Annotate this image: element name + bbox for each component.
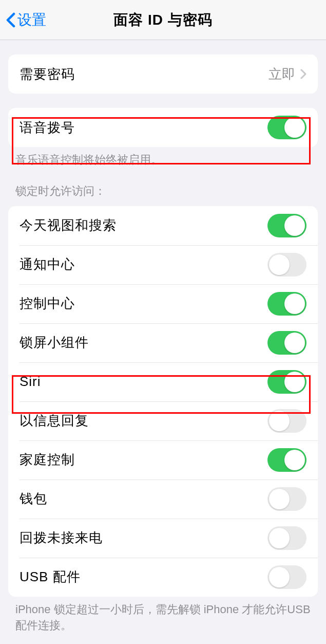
access-item-toggle[interactable]	[267, 370, 306, 394]
require-passcode-label: 需要密码	[20, 65, 75, 83]
nav-header: 设置 面容 ID 与密码	[0, 0, 326, 40]
access-item-label: Siri	[20, 374, 41, 390]
toggle-knob	[284, 117, 305, 138]
access-item-toggle[interactable]	[267, 448, 306, 472]
access-item-label: USB 配件	[20, 568, 81, 586]
row-access-item: 钱包	[8, 480, 318, 519]
access-item-label: 钱包	[20, 490, 47, 508]
voice-dial-label: 语音拨号	[20, 119, 75, 137]
row-require-passcode[interactable]: 需要密码 立即	[8, 54, 318, 94]
row-access-item: USB 配件	[8, 558, 318, 597]
access-item-toggle[interactable]	[267, 331, 306, 355]
access-item-label: 锁屏小组件	[20, 334, 89, 352]
access-item-toggle[interactable]	[267, 292, 306, 316]
require-passcode-value: 立即	[269, 65, 306, 83]
row-voice-dial: 语音拨号	[8, 108, 318, 147]
section-header-access: 锁定时允许访问：	[15, 183, 311, 199]
access-item-label: 今天视图和搜索	[20, 216, 117, 234]
access-item-toggle[interactable]	[267, 487, 306, 511]
group-voice-dial: 语音拨号	[8, 108, 318, 147]
access-item-toggle[interactable]	[267, 526, 306, 550]
chevron-left-icon	[6, 12, 15, 28]
group-passcode: 需要密码 立即	[8, 54, 318, 94]
back-label: 设置	[17, 10, 46, 30]
row-access-item: 控制中心	[8, 284, 318, 323]
row-access-item: 今天视图和搜索	[8, 206, 318, 245]
access-item-toggle[interactable]	[267, 565, 306, 589]
toggle-knob	[269, 489, 290, 509]
toggle-knob	[284, 450, 305, 470]
toggle-knob	[269, 567, 290, 587]
access-item-label: 以信息回复	[20, 412, 89, 430]
toggle-knob	[269, 411, 290, 431]
access-item-toggle[interactable]	[267, 253, 306, 277]
row-access-item: 以信息回复	[8, 401, 318, 440]
row-access-item: 家庭控制	[8, 440, 318, 480]
access-item-label: 控制中心	[20, 295, 75, 312]
access-item-label: 家庭控制	[20, 451, 75, 469]
row-access-item: 回拨未接来电	[8, 519, 318, 558]
back-button[interactable]: 设置	[6, 10, 46, 30]
row-access-item: 锁屏小组件	[8, 323, 318, 362]
access-item-label: 回拨未接来电	[20, 529, 103, 547]
group-lock-access: 今天视图和搜索通知中心控制中心锁屏小组件Siri以信息回复家庭控制钱包回拨未接来…	[8, 206, 318, 597]
voice-dial-footer: 音乐语音控制将始终被启用。	[15, 152, 311, 168]
voice-dial-toggle[interactable]	[267, 116, 306, 139]
toggle-knob	[284, 215, 305, 236]
content: 需要密码 立即 语音拨号 音乐语音控制将始终被启用。 锁定时允许访问： 今天视图…	[0, 54, 326, 633]
toggle-knob	[284, 293, 305, 314]
usb-footer: iPhone 锁定超过一小时后，需先解锁 iPhone 才能允许USB 配件连接…	[15, 602, 311, 634]
toggle-knob	[269, 528, 290, 548]
access-item-toggle[interactable]	[267, 409, 306, 433]
access-item-label: 通知中心	[20, 255, 75, 273]
toggle-knob	[284, 333, 305, 353]
chevron-right-icon	[300, 69, 306, 79]
row-access-item: 通知中心	[8, 245, 318, 284]
toggle-knob	[284, 372, 305, 392]
toggle-knob	[269, 254, 290, 275]
page-title: 面容 ID 与密码	[113, 10, 213, 30]
row-access-item: Siri	[8, 362, 318, 401]
access-item-toggle[interactable]	[267, 214, 306, 237]
